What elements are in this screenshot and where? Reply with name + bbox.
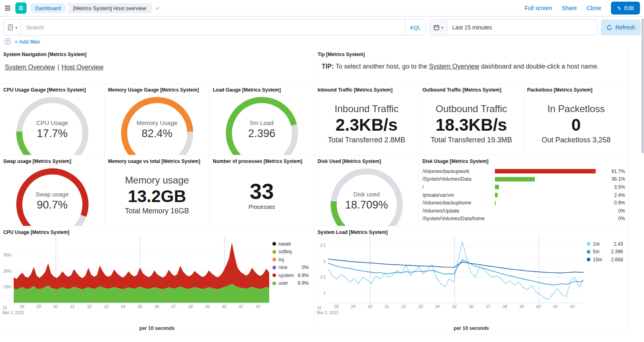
svg-text:3.5: 3.5 <box>320 243 326 248</box>
calendar-icon <box>433 24 440 31</box>
panel-title[interactable]: Outbound Traffic [Metrics System] <box>419 84 524 93</box>
disk-usage-bar-chart: /Volumes/backupwork91.7%/System/Volumes/… <box>419 164 628 223</box>
disk-usage-row: /Volumes/backupwork91.7% <box>422 167 625 175</box>
legend-item-nice[interactable]: nice0% <box>272 264 309 272</box>
panel-disk-used-gauge: Disk Used [Metrics System] Disk used 18.… <box>314 155 419 226</box>
system-navigation-links: System Overview|Host Overview <box>0 57 314 77</box>
metric-subtitle: Out Packetloss 3,258 <box>542 136 611 144</box>
legend-item-irq[interactable]: irq <box>272 256 309 264</box>
tip-system-overview-link[interactable]: System Overview <box>429 63 479 70</box>
disk-bar-track <box>495 169 605 173</box>
top-bar-actions: Full screen Share Clone ✎ Edit <box>525 2 640 15</box>
svg-text:20%: 20% <box>3 269 11 273</box>
panel-title[interactable]: Number of processes [Metrics System] <box>210 155 314 164</box>
legend-item-iowait[interactable]: iowait <box>272 240 309 248</box>
share-link[interactable]: Share <box>562 5 577 11</box>
filter-icon[interactable] <box>4 38 11 45</box>
query-bar: ▾ KQL ▾ Last 15 minutes Refresh <box>0 17 644 37</box>
disk-bar <box>495 177 535 181</box>
gauge-value: 2.396 <box>220 127 303 140</box>
legend-item-1m[interactable]: 1m2.43 <box>587 240 623 248</box>
cpu-usage-area-chart[interactable]: 10%20%30%28'29'30'31'32'33'34'35'36'37'3… <box>0 235 272 321</box>
legend-value: 2.658 <box>611 257 623 263</box>
breadcrumb-page-title[interactable]: [Metrics System] Host overview <box>67 3 152 13</box>
scrollbar[interactable] <box>642 19 644 153</box>
legend-dot <box>587 250 590 254</box>
system-overview-link[interactable]: System Overview <box>5 64 55 71</box>
processes-count: 33 <box>249 180 274 203</box>
refresh-button[interactable]: Refresh <box>601 19 641 35</box>
host-overview-link[interactable]: Host Overview <box>62 64 104 71</box>
legend-item-5m[interactable]: 5m2.396 <box>587 248 623 256</box>
load-chart-legend: 1m2.435m2.39615m2.658 <box>587 235 627 326</box>
legend-dot <box>272 273 276 277</box>
kql-button[interactable]: KQL <box>405 20 426 35</box>
calendar-menu-button[interactable]: ▾ <box>430 20 447 35</box>
legend-dot <box>272 242 276 246</box>
legend-name: nice <box>278 265 299 270</box>
metric-label: Inbound Traffic <box>334 103 398 115</box>
legend-item-softirq[interactable]: softirq <box>272 248 309 256</box>
panel-title[interactable]: System Load [Metrics System] <box>314 226 628 235</box>
filter-bar: + Add filter <box>0 37 644 48</box>
svg-text:34': 34' <box>120 304 126 309</box>
svg-text:39': 39' <box>205 304 210 309</box>
svg-text:42': 42' <box>570 304 575 309</box>
panel-title[interactable]: Packetloss [Metrics System] <box>524 84 628 93</box>
gauge-value: 82.4% <box>116 127 199 140</box>
panel-title[interactable]: CPU Usage [Metrics System] <box>0 226 314 235</box>
svg-text:32': 32' <box>87 304 92 309</box>
svg-text:30%: 30% <box>3 253 11 257</box>
space-avatar[interactable]: D <box>15 2 27 14</box>
svg-text:3: 3 <box>323 259 326 264</box>
search-input[interactable] <box>21 20 405 35</box>
refresh-icon <box>607 25 613 31</box>
legend-dot <box>587 242 590 246</box>
panel-title[interactable]: Disk Usage [Metrics System] <box>419 155 628 164</box>
breadcrumb-dashboard[interactable]: Dashboard <box>31 3 66 13</box>
svg-text:38': 38' <box>188 304 193 309</box>
panel-memory-usage-vs-total: Memory usage vs total [Metrics System] M… <box>105 155 210 226</box>
panel-title[interactable]: Tip [Metrics System] <box>314 48 628 57</box>
panel-memory-usage-gauge: Memory Usage Gauge [Metrics System] Memo… <box>105 84 210 155</box>
time-range-value[interactable]: Last 15 minutes <box>447 20 597 35</box>
disk-path-label: /private/var/vm <box>422 192 495 198</box>
legend-item-15m[interactable]: 15m2.658 <box>587 256 623 264</box>
disk-bar-track <box>495 201 605 205</box>
menu-icon[interactable] <box>4 4 11 12</box>
disk-path-label: /Volumes/Update <box>422 208 495 214</box>
legend-item-user[interactable]: user8.9% <box>272 279 309 288</box>
panel-cpu-usage-chart: CPU Usage [Metrics System] 10%20%30%28'2… <box>0 226 314 334</box>
chart-x-axis-title: per 10 seconds <box>314 325 628 331</box>
chevron-down-icon: ▾ <box>15 25 17 30</box>
panel-title[interactable]: System Navigation [Metrics System] <box>0 48 314 57</box>
panel-title[interactable]: Load Gauge [Metrics System] <box>210 84 314 93</box>
system-load-line-chart[interactable]: 22.533.528'29'30'31'32'33'34'35'36'37'38… <box>314 235 587 321</box>
edit-button[interactable]: ✎ Edit <box>611 2 640 15</box>
svg-text:35': 35' <box>137 304 143 309</box>
disk-bar <box>495 193 498 197</box>
legend-name: 1m <box>593 241 611 247</box>
svg-text:42': 42' <box>256 304 261 309</box>
full-screen-link[interactable]: Full screen <box>525 5 552 11</box>
disk-usage-row: /Volumes/backuphome0.9% <box>422 199 625 207</box>
panel-title[interactable]: Disk Used [Metrics System] <box>314 155 419 164</box>
saved-query-menu-button[interactable]: ▾ <box>4 20 21 35</box>
panel-title[interactable]: CPU Usage Gauge [Metrics System] <box>0 84 104 93</box>
add-filter-link[interactable]: + Add filter <box>15 39 40 45</box>
panel-title[interactable]: Swap usage [Metrics System] <box>0 155 104 164</box>
disk-used-gauge: Disk used 18.709% <box>325 166 408 226</box>
legend-item-system[interactable]: system8.9% <box>272 271 309 279</box>
svg-text:30': 30' <box>53 304 58 309</box>
disk-percent-value: 3.5% <box>605 184 625 190</box>
clone-link[interactable]: Clone <box>586 5 601 11</box>
check-icon[interactable]: ✓ <box>156 5 160 11</box>
disk-bar <box>495 169 596 173</box>
panel-title[interactable]: Memory Usage Gauge [Metrics System] <box>105 84 209 93</box>
svg-text:28': 28' <box>19 304 25 309</box>
panel-number-of-processes: Number of processes [Metrics System] 33 … <box>210 155 314 226</box>
gauge-label: CPU Usage <box>11 119 94 126</box>
panel-title[interactable]: Memory usage vs total [Metrics System] <box>105 155 209 164</box>
gauge-value: 17.7% <box>11 127 94 140</box>
panel-title[interactable]: Inbound Traffic [Metrics System] <box>314 84 419 93</box>
